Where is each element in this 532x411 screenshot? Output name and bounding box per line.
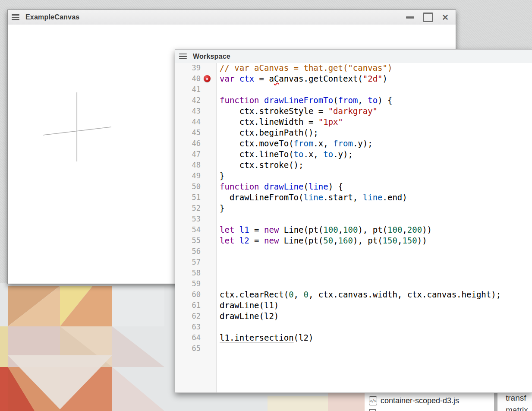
code-token: , ctx.canvas.width, ctx.canvas.height); bbox=[308, 290, 501, 299]
code-token: 0 bbox=[304, 290, 308, 299]
code-token: ctx.lineTo( bbox=[220, 149, 294, 159]
code-token: = bbox=[249, 225, 264, 234]
line-number: 60 bbox=[175, 289, 216, 300]
code-line bbox=[220, 84, 532, 95]
code-token bbox=[234, 225, 239, 234]
line-number: 55 bbox=[175, 235, 216, 246]
code-token: 150 bbox=[383, 236, 397, 245]
clipped-text-line: transf bbox=[506, 393, 526, 403]
code-token: ( bbox=[303, 182, 308, 191]
code-token: , bbox=[333, 236, 338, 245]
code-line bbox=[220, 322, 532, 332]
code-token: 0 bbox=[289, 290, 293, 299]
clipped-list-item-icon bbox=[369, 409, 376, 411]
code-area[interactable]: // var aCanvas = that.get("canvas")var c… bbox=[217, 63, 532, 392]
code-token: from bbox=[333, 139, 353, 148]
code-token: let bbox=[220, 236, 234, 245]
code-token: )) bbox=[417, 236, 427, 245]
code-line: let l2 = new Line(pt(50,160), pt(150,150… bbox=[220, 235, 532, 246]
line-number: 47 bbox=[175, 149, 216, 160]
code-token bbox=[259, 95, 264, 105]
code-token: l1 bbox=[239, 225, 249, 234]
line-number: 62 bbox=[175, 311, 216, 322]
scrollbar[interactable] bbox=[494, 393, 497, 411]
code-line: l1.intersection(l2) bbox=[220, 332, 532, 343]
code-token: Line(pt( bbox=[279, 225, 323, 234]
code-token: .y); bbox=[353, 139, 373, 148]
line-number: 51 bbox=[175, 192, 216, 203]
error-badge-icon[interactable]: x bbox=[204, 75, 211, 82]
maximize-icon[interactable] bbox=[423, 13, 433, 22]
code-token: anvas.getContext( bbox=[279, 74, 362, 83]
line-number: 59 bbox=[175, 278, 216, 289]
line-number: 43 bbox=[175, 106, 216, 117]
code-token: Line(pt( bbox=[279, 236, 323, 245]
code-editor: 3940x41424344454647484950515253545556575… bbox=[175, 63, 532, 392]
code-line: ctx.beginPath(); bbox=[220, 127, 532, 138]
code-token: 100 bbox=[343, 225, 358, 234]
code-token: ), pt( bbox=[358, 225, 387, 234]
close-icon[interactable]: ✕ bbox=[442, 13, 449, 22]
code-line bbox=[220, 246, 532, 257]
workspace-window: Workspace 3940x4142434445464748495051525… bbox=[175, 49, 532, 393]
line-number: 57 bbox=[175, 257, 216, 268]
file-name: container-scoped-d3.js bbox=[381, 396, 459, 405]
line-number: 44 bbox=[175, 117, 216, 127]
line-number: 65 bbox=[175, 343, 216, 354]
code-token: C bbox=[274, 74, 279, 83]
code-token bbox=[259, 182, 264, 191]
code-line: drawLineFromTo(line.start, line.end) bbox=[220, 192, 532, 203]
code-token: drawLine(l1) bbox=[220, 300, 279, 310]
code-token: } bbox=[220, 203, 224, 213]
code-line bbox=[220, 278, 532, 289]
code-line: drawLine(l2) bbox=[220, 311, 532, 322]
code-token: 150 bbox=[402, 236, 417, 245]
code-token: (l2) bbox=[294, 333, 314, 342]
code-line: ctx.clearRect(0, 0, ctx.canvas.width, ct… bbox=[220, 289, 532, 300]
code-token: .x, bbox=[313, 139, 333, 148]
code-token: drawLineFromTo( bbox=[220, 193, 303, 202]
code-token: ctx.stroke(); bbox=[220, 160, 303, 170]
code-token: drawLine bbox=[264, 182, 304, 191]
code-token: from bbox=[338, 95, 358, 105]
window-title: ExampleCanvas bbox=[25, 13, 79, 21]
code-token: l2 bbox=[239, 236, 249, 245]
list-item[interactable]: </> container-scoped-d3.js bbox=[369, 396, 459, 405]
code-token bbox=[234, 74, 239, 83]
example-canvas-titlebar[interactable]: ExampleCanvas ✕ bbox=[8, 10, 456, 25]
line-number: 52 bbox=[175, 203, 216, 214]
code-token: "1px" bbox=[318, 117, 343, 126]
code-token: ), pt( bbox=[353, 236, 383, 245]
line-number: 46 bbox=[175, 138, 216, 149]
code-token: , bbox=[338, 225, 343, 234]
code-token: line bbox=[308, 182, 328, 191]
code-line bbox=[220, 257, 532, 268]
code-token: = bbox=[249, 236, 264, 245]
line-number: 61 bbox=[175, 300, 216, 311]
code-token: new bbox=[264, 225, 279, 234]
code-token: to bbox=[368, 95, 378, 105]
hamburger-icon[interactable] bbox=[12, 14, 19, 20]
code-token: ) { bbox=[328, 182, 343, 191]
code-token: .y); bbox=[333, 149, 353, 159]
minimize-icon[interactable] bbox=[406, 16, 414, 19]
line-number: 54 bbox=[175, 224, 216, 235]
code-line: ctx.stroke(); bbox=[220, 160, 532, 171]
desktop: ExampleCanvas ✕ Workspace 3940x414243444… bbox=[0, 0, 532, 411]
workspace-titlebar[interactable]: Workspace bbox=[175, 50, 532, 63]
code-token: ctx.strokeStyle = bbox=[220, 106, 328, 116]
code-line bbox=[220, 268, 532, 278]
code-line bbox=[220, 214, 532, 224]
code-line: function drawLine(line) { bbox=[220, 181, 532, 192]
line-number: 49 bbox=[175, 171, 216, 181]
code-token: ctx bbox=[239, 74, 254, 83]
line-number: 56 bbox=[175, 246, 216, 257]
code-token: , bbox=[402, 225, 407, 234]
code-line: } bbox=[220, 203, 532, 214]
code-token: , bbox=[358, 95, 368, 105]
hamburger-icon[interactable] bbox=[179, 54, 187, 60]
code-line: ctx.lineWidth = "1px" bbox=[220, 117, 532, 127]
code-token: ctx.moveTo( bbox=[220, 139, 294, 148]
line-number: 41 bbox=[175, 84, 216, 95]
code-token: } bbox=[220, 171, 224, 180]
